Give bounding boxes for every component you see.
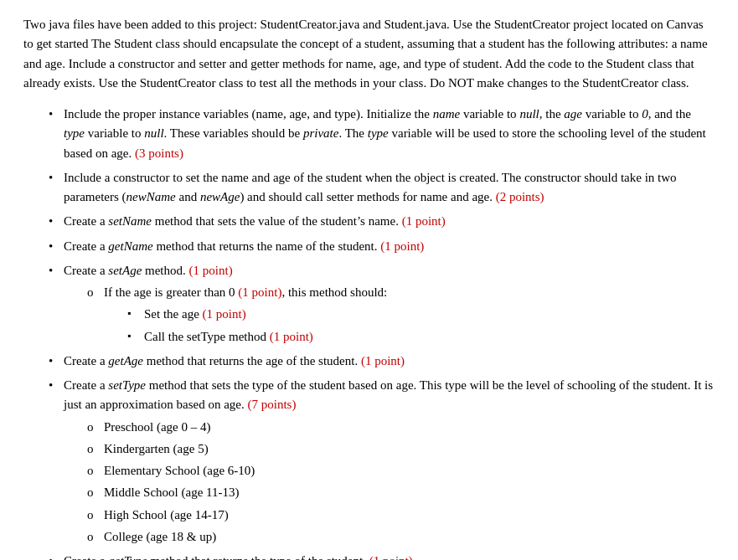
list-item: Create a getType method that returns the… (49, 552, 715, 560)
list-item: Create a getAge method that returns the … (49, 352, 715, 371)
list-item: Create a setName method that sets the va… (49, 212, 715, 231)
list-item: Create a setAge method. (1 point)If the … (49, 261, 715, 347)
list-item: Create a getName method that returns the… (49, 237, 715, 256)
list-item: Create a setType method that sets the ty… (49, 376, 715, 547)
square-list-item: Call the setType method (1 point) (127, 327, 715, 347)
square-list-item: Set the age (1 point) (127, 305, 715, 324)
list-item: Include the proper instance variables (n… (49, 105, 715, 163)
sub-list-item: College (age 18 & up) (87, 527, 715, 547)
sub-list-item: If the age is greater than 0 (1 point), … (87, 283, 715, 347)
intro-paragraph: Two java files have been added to this p… (23, 15, 715, 93)
sub-list-item: Kindergarten (age 5) (87, 439, 715, 459)
sub-list-item: Elementary School (age 6-10) (87, 461, 715, 480)
sub-list-item: High School (age 14-17) (87, 506, 715, 525)
list-item: Include a constructor to set the name an… (49, 168, 715, 208)
sub-list-item: Preschool (age 0 – 4) (87, 418, 715, 437)
sub-list-item: Middle School (age 11-13) (87, 483, 715, 502)
main-list: Include the proper instance variables (n… (23, 105, 715, 560)
